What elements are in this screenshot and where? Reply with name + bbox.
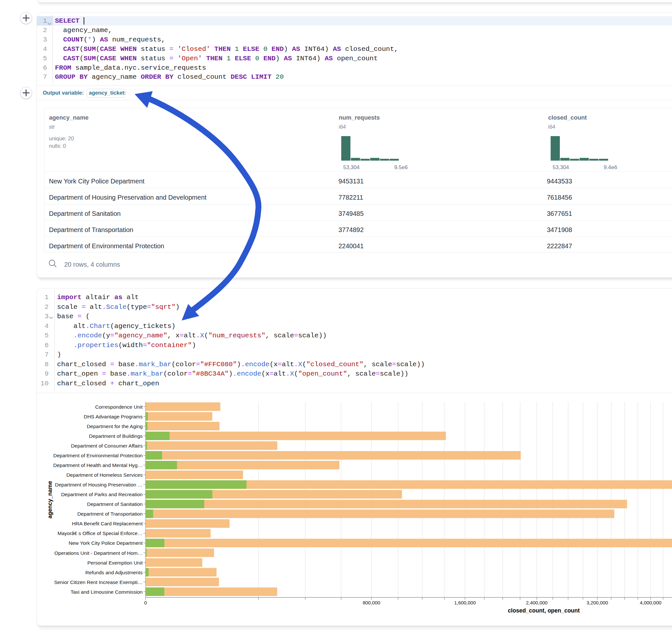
svg-text:i64: i64	[339, 124, 346, 130]
svg-text:Correspondence Unit: Correspondence Unit	[95, 404, 143, 410]
svg-text:Department of Buildings: Department of Buildings	[89, 433, 143, 439]
svg-text:7: 7	[44, 351, 49, 358]
svg-text:20 rows, 4 columns: 20 rows, 4 columns	[64, 261, 120, 268]
svg-text:6: 6	[44, 342, 49, 349]
svg-text:5: 5	[43, 55, 47, 62]
svg-text:53,304: 53,304	[343, 164, 360, 170]
svg-text:Mayorâ€ s Office of Special En: Mayorâ€ s Office of Special Enforce…	[58, 531, 143, 536]
svg-text:0: 0	[144, 600, 147, 605]
svg-text:chart_closed = base.mark_bar(c: chart_closed = base.mark_bar(color="#FFC…	[57, 361, 425, 368]
svg-text:Department of Parks and Recrea: Department of Parks and Recreation	[61, 492, 143, 497]
svg-text:3749485: 3749485	[338, 210, 364, 217]
svg-text:3: 3	[43, 36, 47, 43]
svg-text:Department of Sanitation: Department of Sanitation	[49, 210, 121, 217]
svg-text:HRA Benefit Card Replacement: HRA Benefit Card Replacement	[72, 521, 143, 526]
svg-text:Department of Housing Preserva: Department of Housing Preservation and D…	[49, 194, 207, 201]
svg-text:6: 6	[43, 64, 47, 72]
svg-text:2,400,000: 2,400,000	[526, 600, 548, 605]
svg-text:Department of Homeless Service: Department of Homeless Services	[67, 472, 143, 478]
svg-text:9453131: 9453131	[338, 177, 364, 185]
svg-text:Department of Health and Menta: Department of Health and Mental Hyg…	[53, 462, 143, 468]
svg-text:Department of Environmental Pr: Department of Environmental Protection	[53, 453, 143, 458]
svg-text:7618456: 7618456	[547, 194, 572, 201]
svg-text:Department of Housing Preserva: Department of Housing Preservation …	[55, 482, 143, 487]
svg-text:agency_name: agency_name	[47, 481, 53, 518]
svg-text:Department for the Aging: Department for the Aging	[87, 423, 143, 429]
svg-text:scale = alt.Scale(type="sqrt"): scale = alt.Scale(type="sqrt")	[57, 303, 179, 311]
svg-text:import altair as alt: import altair as alt	[57, 294, 139, 301]
svg-text:unique: 20: unique: 20	[49, 136, 74, 141]
svg-text:2240041: 2240041	[338, 242, 364, 249]
svg-text:alt.Chart(agency_tickets): alt.Chart(agency_tickets)	[57, 322, 175, 330]
svg-text:1,600,000: 1,600,000	[454, 600, 476, 605]
svg-text:.properties(width="container"): .properties(width="container")	[57, 342, 196, 349]
svg-text:Department of Transportation: Department of Transportation	[49, 226, 133, 233]
svg-text:4,000,000: 4,000,000	[640, 600, 662, 605]
svg-text:Department of Sanitation: Department of Sanitation	[87, 501, 143, 507]
svg-text:GROUP BY agency_name ORDER BY: GROUP BY agency_name ORDER BY closed_cou…	[55, 73, 284, 81]
svg-text:3471908: 3471908	[547, 226, 572, 233]
svg-text:1: 1	[44, 294, 49, 301]
svg-text:1: 1	[43, 17, 47, 25]
svg-text:agency_tickets: agency_tickets	[89, 90, 127, 96]
svg-text:Personal Exemption Unit: Personal Exemption Unit	[87, 560, 143, 565]
svg-text:7782211: 7782211	[338, 194, 363, 201]
svg-text:str: str	[49, 124, 55, 130]
svg-text:800,000: 800,000	[363, 600, 380, 605]
svg-text:3677651: 3677651	[547, 210, 572, 217]
svg-text:53,304: 53,304	[553, 164, 569, 170]
svg-text:Department of Transportation: Department of Transportation	[77, 511, 143, 516]
svg-text:CAST(SUM(CASE WHEN status = 'O: CAST(SUM(CASE WHEN status = 'Open' THEN …	[55, 55, 378, 62]
svg-text:CAST(SUM(CASE WHEN status = 'C: CAST(SUM(CASE WHEN status = 'Closed' THE…	[55, 45, 399, 53]
svg-text:SELECT: SELECT	[55, 17, 83, 25]
svg-text:7: 7	[43, 73, 47, 81]
svg-text:closed_count: closed_count	[548, 114, 587, 121]
svg-text:FROM sample_data.nyc.service_r: FROM sample_data.nyc.service_requests	[55, 64, 206, 72]
svg-text:New York City Police Departmen: New York City Police Department	[49, 177, 145, 185]
svg-text:chart_open = base.mark_bar(col: chart_open = base.mark_bar(color="#8BC34…	[57, 370, 408, 378]
svg-text:chart_closed + chart_open: chart_closed + chart_open	[57, 380, 159, 387]
svg-text:5: 5	[44, 332, 49, 339]
svg-text:3: 3	[44, 313, 49, 320]
svg-text:nulls: 0: nulls: 0	[49, 143, 66, 149]
svg-text:8: 8	[44, 361, 49, 368]
svg-text:Senior Citizen Rent Increase E: Senior Citizen Rent Increase Exempti…	[54, 579, 143, 585]
svg-text:9: 9	[44, 370, 49, 378]
svg-text:3,200,000: 3,200,000	[586, 600, 608, 605]
svg-text:4: 4	[43, 45, 47, 53]
svg-text:2222847: 2222847	[547, 242, 572, 249]
svg-text:9.5e6: 9.5e6	[394, 164, 407, 170]
svg-text:4: 4	[44, 322, 49, 330]
svg-text:agency_name: agency_name	[49, 114, 89, 121]
svg-text:COUNT(*) AS num_requests,: COUNT(*) AS num_requests,	[55, 36, 165, 43]
svg-text:Operations Unit - Department o: Operations Unit - Department of Hom…	[54, 550, 143, 556]
svg-text:9.4e6: 9.4e6	[604, 164, 617, 170]
svg-text:DHS Advantage Programs: DHS Advantage Programs	[83, 414, 143, 419]
svg-text:10: 10	[41, 380, 49, 387]
svg-text:agency_name,: agency_name,	[55, 27, 112, 34]
svg-text:2: 2	[43, 27, 47, 34]
svg-text:Department of Consumer Affairs: Department of Consumer Affairs	[71, 443, 143, 449]
svg-text:New York City Police Departmen: New York City Police Department	[69, 540, 143, 546]
svg-text:3774892: 3774892	[338, 226, 364, 233]
svg-text:Refunds and Adjustments: Refunds and Adjustments	[85, 570, 143, 575]
svg-text:num_requests: num_requests	[339, 114, 380, 121]
svg-text:): )	[57, 351, 61, 358]
svg-text:i64: i64	[548, 124, 555, 130]
svg-text:2: 2	[44, 303, 49, 311]
svg-text:Department of Environmental Pr: Department of Environmental Protection	[49, 242, 164, 249]
svg-text:Taxi and Limousine Commission: Taxi and Limousine Commission	[71, 589, 143, 595]
svg-text:closed_count, open_count: closed_count, open_count	[508, 607, 580, 614]
svg-text:base = (: base = (	[57, 313, 90, 320]
svg-text:.encode(y="agency_name", x=alt: .encode(y="agency_name", x=alt.X("num_re…	[57, 332, 327, 339]
svg-text:9443533: 9443533	[547, 177, 572, 185]
svg-text:Output variable:: Output variable:	[43, 90, 84, 96]
